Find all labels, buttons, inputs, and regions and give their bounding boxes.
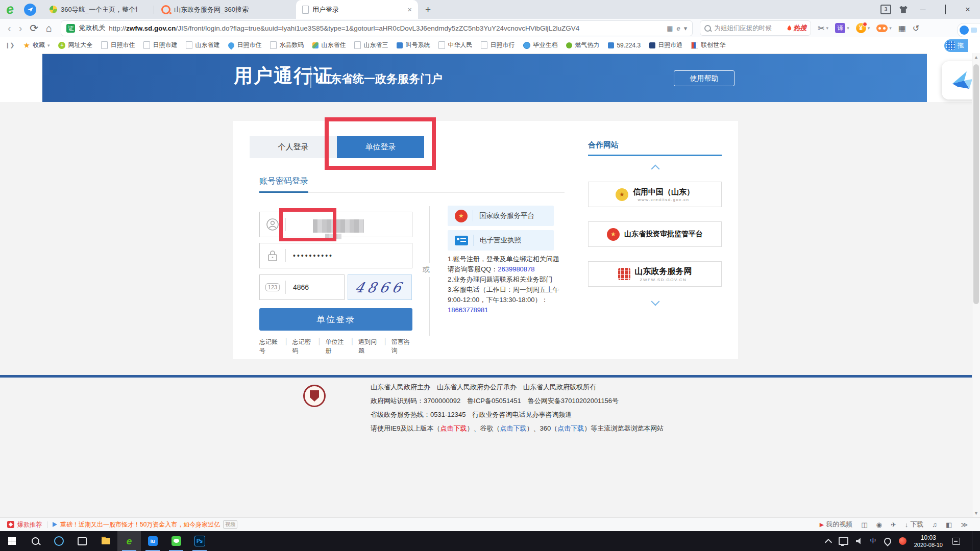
bookmark-item[interactable]: 日照市住 bbox=[228, 41, 261, 49]
bookmark-item[interactable]: 山东省建 bbox=[186, 41, 219, 49]
message-consult-link[interactable]: 留言咨询 bbox=[391, 338, 412, 355]
media-icon[interactable]: ♫ bbox=[932, 521, 937, 529]
back-icon[interactable]: ‹ bbox=[8, 23, 11, 33]
file-explorer-button[interactable] bbox=[94, 531, 117, 551]
app-360-browser[interactable]: e bbox=[117, 531, 141, 551]
trouble-link[interactable]: 遇到问题 bbox=[358, 338, 379, 355]
chevron-down-icon[interactable] bbox=[651, 297, 660, 306]
apps-grid-button[interactable]: ▦ bbox=[898, 23, 906, 33]
company-register-link[interactable]: 单位注册 bbox=[325, 338, 346, 355]
action-center-icon[interactable] bbox=[952, 538, 960, 545]
bookmark-item[interactable]: 日照市建 bbox=[143, 41, 177, 49]
url-text[interactable]: http://zwfw.sd.gov.cn/JIS/front/login.do… bbox=[109, 24, 663, 32]
my-video-button[interactable]: ▶我的视频 bbox=[820, 520, 852, 529]
partner-zwfw-site[interactable]: 山东政务服务网 ZWFW.SD.GOV.CN bbox=[588, 261, 722, 287]
split-view-icon[interactable]: ◧ bbox=[946, 521, 952, 529]
bookmark-item[interactable]: 59.224.3 bbox=[608, 42, 641, 49]
taskbar-search-button[interactable] bbox=[23, 531, 47, 551]
tray-expand-icon[interactable] bbox=[825, 538, 832, 545]
translate-tool[interactable]: 译▾ bbox=[835, 23, 849, 33]
phone-number-link[interactable]: 18663778981 bbox=[448, 305, 576, 315]
forgot-password-link[interactable]: 忘记密码 bbox=[292, 338, 313, 355]
favorites-menu[interactable]: ★ 收藏 ▾ bbox=[23, 41, 50, 50]
bookmark-item[interactable]: 水晶数码 bbox=[270, 41, 304, 49]
captcha-value[interactable]: 4866 bbox=[293, 283, 309, 291]
company-login-submit-button[interactable]: 单位登录 bbox=[259, 308, 412, 331]
record-icon[interactable]: ◉ bbox=[876, 521, 882, 529]
captcha-field[interactable]: 123 4866 bbox=[259, 274, 345, 300]
hot-search-button[interactable]: 热搜 bbox=[787, 23, 806, 33]
promo-label[interactable]: 爆款推荐 bbox=[17, 520, 42, 529]
forgot-account-link[interactable]: 忘记账号 bbox=[259, 338, 280, 355]
cortana-button[interactable] bbox=[47, 531, 70, 551]
scroll-up-icon[interactable]: ▲ bbox=[972, 55, 980, 60]
bookmark-item[interactable]: 燃气热力 bbox=[566, 41, 599, 49]
partner-investment-platform[interactable]: ★ 山东省投资审批监管平台 bbox=[588, 221, 722, 247]
search-box[interactable]: 为姐姐们应援的时候 热搜 bbox=[700, 20, 811, 36]
captcha-image[interactable]: 4866 bbox=[348, 274, 412, 300]
tab-360-nav[interactable]: 360导航_一个主页，整个世界 bbox=[43, 0, 153, 19]
chevron-up-icon[interactable] bbox=[651, 165, 660, 173]
home-icon[interactable]: ⌂ bbox=[46, 23, 52, 33]
refresh-icon[interactable]: ⟳ bbox=[30, 23, 38, 33]
chrome-download-link[interactable]: 点击下载 bbox=[500, 424, 527, 432]
window-maximize-button[interactable] bbox=[938, 5, 952, 14]
show-desktop-button[interactable] bbox=[972, 531, 975, 551]
url-dropdown-icon[interactable]: ▾ bbox=[684, 24, 688, 32]
location-pin-icon[interactable] bbox=[883, 536, 893, 546]
gallery-icon[interactable]: ◫ bbox=[861, 521, 867, 529]
bookmark-nav-sites[interactable]: + 网址大全 bbox=[58, 41, 92, 49]
address-bar[interactable]: 证 党政机关 http://zwfw.sd.gov.cn/JIS/front/l… bbox=[61, 20, 693, 36]
qq-number-link[interactable]: 2639980878 bbox=[498, 265, 534, 273]
tab-close-icon[interactable]: × bbox=[407, 5, 412, 14]
help-button[interactable]: 使用帮助 bbox=[674, 70, 734, 86]
ie-download-link[interactable]: 点击下载 bbox=[440, 424, 467, 432]
new-tab-button[interactable]: + bbox=[425, 4, 431, 15]
bookmark-item[interactable]: 联创世华 bbox=[691, 41, 725, 49]
window-close-button[interactable]: × bbox=[961, 5, 975, 15]
app-iu[interactable]: iu bbox=[141, 531, 164, 551]
tab-company-login[interactable]: 单位登录 bbox=[337, 136, 424, 158]
username-field[interactable] bbox=[259, 212, 412, 237]
search-placeholder[interactable]: 为姐姐们应援的时候 bbox=[714, 24, 783, 33]
bookmark-item[interactable]: 毕业生档 bbox=[523, 41, 557, 49]
collapse-bar-icon[interactable]: ≫ bbox=[961, 521, 968, 529]
collapse-sidebar-icon[interactable]: ❙❯ bbox=[5, 42, 14, 48]
qr-code-icon[interactable]: ▦ bbox=[667, 24, 673, 32]
bookmark-item[interactable]: 日照市住 bbox=[101, 41, 135, 49]
app-wechat[interactable] bbox=[164, 531, 188, 551]
page-scrollbar[interactable]: ▲ ▼ bbox=[972, 53, 980, 517]
window-minimize-button[interactable]: ─ bbox=[916, 5, 930, 14]
task-view-button[interactable] bbox=[70, 531, 94, 551]
password-field[interactable]: •••••••••• bbox=[259, 243, 412, 268]
start-button[interactable] bbox=[0, 531, 23, 551]
scroll-down-icon[interactable]: ▼ bbox=[972, 511, 980, 516]
bookmark-item[interactable]: 日照市行 bbox=[481, 41, 514, 49]
app-photoshop[interactable]: Ps bbox=[188, 531, 211, 551]
tab-personal-login[interactable]: 个人登录 bbox=[250, 136, 337, 158]
browser-360-download-link[interactable]: 点击下载 bbox=[557, 424, 584, 432]
paper-plane-medal-icon[interactable] bbox=[24, 4, 36, 16]
browser-mini-logo-icon[interactable]: e bbox=[676, 24, 680, 32]
national-platform-login-button[interactable]: ★ 国家政务服务平台 bbox=[448, 206, 554, 226]
wallet-tool[interactable]: ¥▾ bbox=[856, 23, 870, 33]
taskbar-clock[interactable]: 10:03 2020-08-10 bbox=[914, 534, 943, 548]
theme-skin-icon[interactable] bbox=[899, 6, 908, 13]
scrollbar-thumb[interactable] bbox=[973, 64, 979, 304]
screenshot-tool[interactable]: ✂▾ bbox=[818, 23, 828, 33]
recently-closed-button[interactable]: ↺ bbox=[913, 23, 919, 33]
tab-360-search[interactable]: 山东政务服务网_360搜索 bbox=[155, 0, 264, 19]
tab-user-login[interactable]: 用户登录 × bbox=[296, 0, 418, 19]
tab-count-badge[interactable]: 3 bbox=[880, 5, 891, 14]
volume-icon[interactable] bbox=[856, 538, 863, 544]
partner-credit-china[interactable]: ★ 信用中国（山东） www.creditsd.gov.cn bbox=[588, 182, 722, 207]
security-360-tray-icon[interactable] bbox=[899, 537, 906, 545]
bookmark-item[interactable]: 中华人民 bbox=[438, 41, 472, 49]
bookmark-item[interactable]: 叫号系统 bbox=[397, 41, 430, 49]
bookmark-item[interactable]: 山东省三 bbox=[354, 41, 388, 49]
password-value[interactable]: •••••••••• bbox=[293, 252, 333, 260]
side-dock-handle[interactable]: 拖 bbox=[944, 39, 968, 52]
side-panel-peek[interactable] bbox=[957, 23, 980, 37]
bookmark-item[interactable]: 日照市通 bbox=[649, 41, 682, 49]
forward-icon[interactable]: › bbox=[19, 23, 22, 33]
